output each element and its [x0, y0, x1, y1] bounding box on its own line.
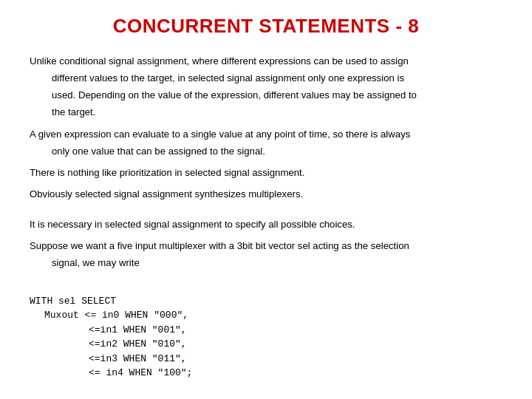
code-line-6: <= in4 WHEN "100";: [89, 366, 502, 381]
code-line-3: <=in1 WHEN "001",: [89, 323, 502, 338]
code-line-1: WITH sel SELECT: [30, 294, 502, 309]
p1-line1: Unlike conditional signal assignment, wh…: [30, 54, 502, 68]
p1-line3: used. Depending on the value of the expr…: [52, 88, 502, 102]
code-line-2: Muxout <= in0 WHEN "000",: [44, 308, 502, 323]
p5-text: It is necessary in selected signal assig…: [30, 217, 502, 231]
p1-line4: the target.: [52, 105, 502, 119]
p4-text: Obviously selected signal assignment syn…: [30, 187, 502, 201]
p3-text: There is nothing like prioritization in …: [30, 166, 502, 180]
spacer-2: [30, 278, 502, 287]
paragraph-5: It is necessary in selected signal assig…: [30, 217, 502, 231]
p1-line2: different values to the target, in selec…: [52, 71, 502, 85]
p2-line1: A given expression can evaluate to a sin…: [30, 127, 502, 141]
paragraph-2: A given expression can evaluate to a sin…: [30, 127, 502, 158]
page: CONCURRENT STATEMENTS - 8 Unlike conditi…: [0, 0, 532, 399]
spacer-1: [30, 208, 502, 217]
code-block: WITH sel SELECT Muxout <= in0 WHEN "000"…: [30, 294, 502, 381]
paragraph-6: Suppose we want a five input multiplexer…: [30, 239, 502, 270]
paragraph-1: Unlike conditional signal assignment, wh…: [30, 54, 502, 120]
p6-line1: Suppose we want a five input multiplexer…: [30, 239, 502, 253]
p6-line2: signal, we may write: [52, 256, 502, 270]
code-line-4: <=in2 WHEN "010",: [89, 337, 502, 352]
paragraph-3: There is nothing like prioritization in …: [30, 166, 502, 180]
p2-line2: only one value that can be assigned to t…: [52, 144, 502, 158]
page-title: CONCURRENT STATEMENTS - 8: [30, 15, 502, 38]
content-area: Unlike conditional signal assignment, wh…: [30, 54, 502, 381]
paragraph-4: Obviously selected signal assignment syn…: [30, 187, 502, 201]
code-line-5: <=in3 WHEN "011",: [89, 352, 502, 366]
